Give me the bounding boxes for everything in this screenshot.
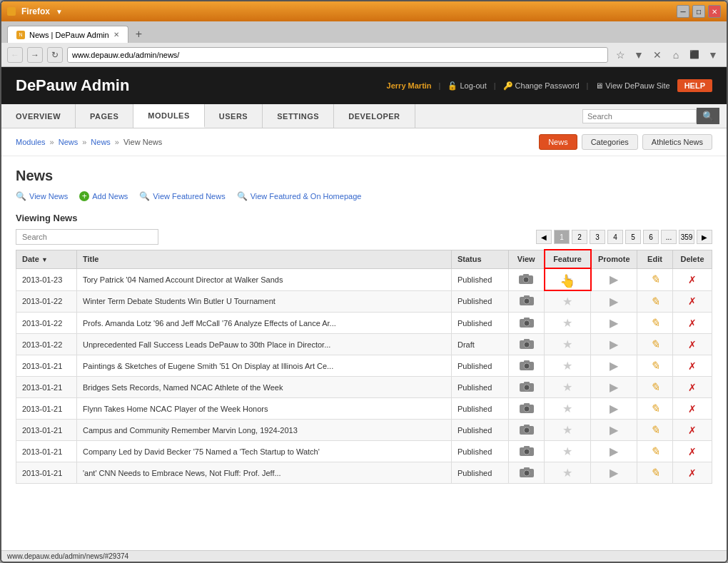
help-button[interactable]: HELP bbox=[677, 79, 712, 92]
edit-cell[interactable]: ✎ bbox=[637, 441, 673, 462]
view-cell[interactable] bbox=[509, 334, 545, 355]
view-featured-homepage-button[interactable]: 🔍 View Featured & On Homepage bbox=[237, 191, 362, 201]
edit-cell[interactable]: ✎ bbox=[637, 420, 673, 441]
delete-cell[interactable]: ✗ bbox=[673, 334, 712, 355]
delete-icon[interactable]: ✗ bbox=[688, 425, 697, 436]
edit-cell[interactable]: ✎ bbox=[637, 462, 673, 484]
prev-page-button[interactable]: ◀ bbox=[536, 230, 552, 244]
delete-cell[interactable]: ✗ bbox=[673, 268, 712, 290]
active-tab[interactable]: N News | DePauw Admin ✕ bbox=[7, 26, 128, 43]
delete-cell[interactable]: ✗ bbox=[673, 355, 712, 377]
url-input[interactable] bbox=[67, 47, 608, 63]
breadcrumb-news2[interactable]: News bbox=[91, 138, 111, 146]
page-1-button[interactable]: 1 bbox=[554, 230, 570, 244]
delete-cell[interactable]: ✗ bbox=[673, 313, 712, 334]
breadcrumb-news1[interactable]: News bbox=[59, 138, 79, 146]
edit-cell[interactable]: ✎ bbox=[637, 268, 673, 290]
reload-button[interactable]: ↻ bbox=[47, 47, 63, 63]
view-cell[interactable] bbox=[509, 377, 545, 398]
nav-search-input[interactable] bbox=[582, 109, 697, 123]
page-2-button[interactable]: 2 bbox=[572, 230, 587, 244]
delete-icon[interactable]: ✗ bbox=[688, 274, 697, 285]
promote-cell[interactable]: ▶ bbox=[591, 334, 637, 355]
edit-icon[interactable]: ✎ bbox=[650, 467, 659, 479]
delete-cell[interactable]: ✗ bbox=[673, 462, 712, 484]
title-column-header[interactable]: Title bbox=[77, 250, 452, 268]
nav-tab-pages[interactable]: PAGES bbox=[76, 104, 133, 128]
nav-tab-overview[interactable]: OVERVIEW bbox=[1, 104, 76, 128]
edit-icon[interactable]: ✎ bbox=[650, 402, 659, 415]
view-cell[interactable] bbox=[509, 462, 545, 484]
star-icon[interactable]: ★ bbox=[562, 467, 572, 479]
promote-icon[interactable]: ▶ bbox=[610, 381, 618, 393]
home-icon[interactable]: ⌂ bbox=[668, 47, 684, 63]
promote-cell[interactable]: ▶ bbox=[591, 268, 637, 290]
edit-icon[interactable]: ✎ bbox=[650, 381, 659, 393]
menu-icon[interactable]: ▼ bbox=[705, 47, 721, 63]
delete-cell[interactable]: ✗ bbox=[673, 290, 712, 313]
change-password-link[interactable]: 🔑 Change Password bbox=[503, 81, 580, 91]
feature-cell[interactable]: ★ bbox=[545, 355, 591, 377]
promote-icon[interactable]: ▶ bbox=[610, 360, 618, 372]
nav-tab-users[interactable]: USERS bbox=[205, 104, 263, 128]
page-5-button[interactable]: 5 bbox=[625, 230, 641, 244]
star-icon[interactable]: ★ bbox=[562, 338, 572, 350]
delete-cell[interactable]: ✗ bbox=[673, 441, 712, 462]
page-3-button[interactable]: 3 bbox=[590, 230, 605, 244]
edit-icon[interactable]: ✎ bbox=[650, 360, 659, 372]
promote-icon[interactable]: ▶ bbox=[610, 317, 618, 329]
view-cell[interactable] bbox=[509, 441, 545, 462]
tab-close-button[interactable]: ✕ bbox=[113, 31, 119, 39]
star-icon[interactable]: ★ bbox=[562, 360, 572, 372]
delete-cell[interactable]: ✗ bbox=[673, 420, 712, 441]
star-icon[interactable]: ★ bbox=[562, 273, 572, 285]
delete-icon[interactable]: ✗ bbox=[688, 339, 697, 350]
feature-cell[interactable]: ★ 👆 bbox=[545, 268, 591, 290]
edit-cell[interactable]: ✎ bbox=[637, 398, 673, 420]
next-page-button[interactable]: ▶ bbox=[697, 230, 712, 244]
edit-icon[interactable]: ✎ bbox=[650, 424, 659, 436]
delete-icon[interactable]: ✗ bbox=[688, 295, 697, 307]
delete-cell[interactable]: ✗ bbox=[673, 398, 712, 420]
view-cell[interactable] bbox=[509, 313, 545, 334]
view-cell[interactable] bbox=[509, 290, 545, 313]
page-6-button[interactable]: 6 bbox=[643, 230, 659, 244]
star-icon[interactable]: ★ bbox=[562, 402, 572, 415]
promote-icon[interactable]: ▶ bbox=[610, 402, 618, 415]
edit-icon[interactable]: ✎ bbox=[650, 295, 659, 308]
edit-cell[interactable]: ✎ bbox=[637, 377, 673, 398]
edit-icon[interactable]: ✎ bbox=[650, 317, 659, 329]
star-icon[interactable]: ★ bbox=[562, 381, 572, 393]
nav-tab-developer[interactable]: DEVELOPER bbox=[334, 104, 415, 128]
minimize-button[interactable]: ─ bbox=[677, 5, 689, 18]
edit-cell[interactable]: ✎ bbox=[637, 313, 673, 334]
view-featured-button[interactable]: 🔍 View Featured News bbox=[139, 191, 225, 201]
promote-cell[interactable]: ▶ bbox=[591, 420, 637, 441]
edit-cell[interactable]: ✎ bbox=[637, 334, 673, 355]
feature-cell[interactable]: ★ bbox=[545, 377, 591, 398]
search-input[interactable] bbox=[16, 229, 158, 245]
history-icon[interactable]: ▼ bbox=[631, 47, 647, 63]
feature-cell[interactable]: ★ bbox=[545, 334, 591, 355]
delete-icon[interactable]: ✗ bbox=[688, 382, 697, 393]
promote-icon[interactable]: ▶ bbox=[610, 295, 618, 308]
edit-icon[interactable]: ✎ bbox=[650, 338, 659, 350]
delete-icon[interactable]: ✗ bbox=[688, 467, 697, 479]
edit-icon[interactable]: ✎ bbox=[650, 445, 659, 457]
status-column-header[interactable]: Status bbox=[452, 250, 509, 268]
extension-icon[interactable]: ⬛ bbox=[687, 47, 702, 63]
view-site-link[interactable]: 🖥 View DePauw Site bbox=[595, 81, 669, 90]
maximize-button[interactable]: □ bbox=[692, 5, 705, 18]
edit-cell[interactable]: ✎ bbox=[637, 290, 673, 313]
edit-icon[interactable]: ✎ bbox=[650, 273, 659, 285]
add-news-button[interactable]: + Add News bbox=[79, 191, 128, 201]
delete-icon[interactable]: ✗ bbox=[688, 360, 697, 372]
bookmark-icon[interactable]: ☆ bbox=[612, 47, 628, 63]
promote-cell[interactable]: ▶ bbox=[591, 441, 637, 462]
star-icon[interactable]: ★ bbox=[562, 445, 572, 457]
dropdown-arrow[interactable]: ▼ bbox=[56, 8, 63, 16]
logout-link[interactable]: 🔓 Log-out bbox=[448, 81, 486, 91]
nav-tab-modules[interactable]: MODULES bbox=[133, 104, 205, 128]
promote-icon[interactable]: ▶ bbox=[610, 445, 618, 457]
edit-cell[interactable]: ✎ bbox=[637, 355, 673, 377]
